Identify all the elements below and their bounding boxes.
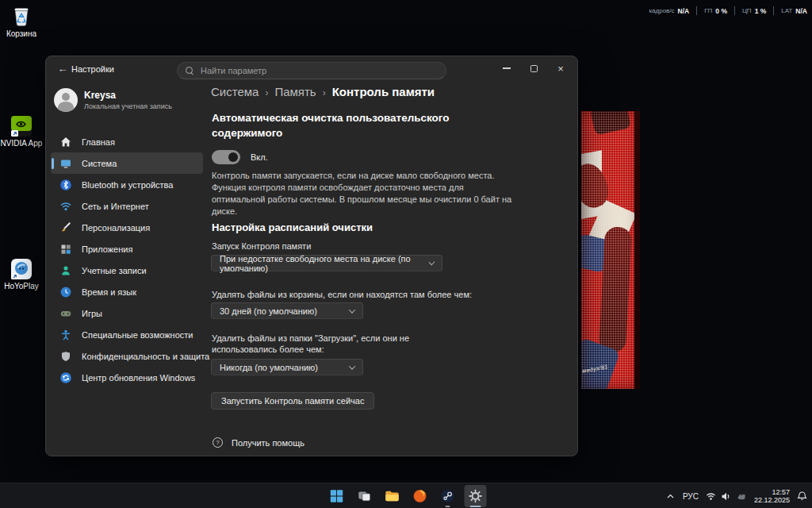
storage-sense-toggle[interactable] xyxy=(212,150,240,164)
wifi-icon xyxy=(59,200,72,213)
chevron-down-icon xyxy=(349,363,355,369)
update-icon xyxy=(59,371,72,384)
performance-overlay: кадров/сN/A ГП0 % ЦП1 % LATN/A xyxy=(649,6,807,15)
toggle-state-label: Вкл. xyxy=(251,152,268,162)
settings-button[interactable] xyxy=(465,485,487,507)
wallpaper-artwork: медуз/81 xyxy=(581,111,640,389)
gpu-value: 0 % xyxy=(715,7,727,15)
settings-window: ← Настройки × Kreysa Локальная учетная з… xyxy=(45,56,578,456)
system-tray: РУС 12:57 22.12.2025 xyxy=(665,483,807,508)
chevron-down-icon xyxy=(349,306,355,313)
accessibility-icon xyxy=(59,329,72,341)
search-icon xyxy=(186,67,194,75)
desktop-icon-hoyoplay[interactable]: HoYoPlay xyxy=(0,257,43,291)
settings-content: Система › Память › Контроль памяти Автом… xyxy=(211,56,576,457)
sidebar-item-home[interactable]: Главная xyxy=(51,131,203,152)
task-view-button[interactable] xyxy=(354,485,376,507)
back-button[interactable]: ← xyxy=(56,62,70,76)
clock-time: 12:57 xyxy=(754,488,790,497)
desktop-icon-label: NVIDIA App xyxy=(0,139,43,148)
divider xyxy=(734,6,735,15)
divider xyxy=(696,6,697,15)
sidebar-item-accounts[interactable]: Учетные записи xyxy=(51,260,203,281)
steam-button[interactable] xyxy=(437,485,459,507)
get-help-link[interactable]: ? Получить помощь xyxy=(213,437,304,448)
artwork-signature: медуз/81 xyxy=(582,364,609,374)
sidebar-item-label: Главная xyxy=(82,137,115,147)
fps-label: кадров/с xyxy=(649,7,674,14)
sidebar-item-label: Время и язык xyxy=(82,287,136,297)
account-type: Локальная учетная запись xyxy=(84,102,172,110)
notification-bell-icon[interactable] xyxy=(797,491,807,502)
task-view-icon xyxy=(357,488,373,504)
sidebar-item-personalization[interactable]: Персонализация xyxy=(51,217,203,238)
field-label-recycle-bin: Удалять файлы из корзины, если они наход… xyxy=(212,289,472,300)
artwork-shape xyxy=(581,337,620,389)
divider xyxy=(773,6,774,15)
taskbar-clock[interactable]: 12:57 22.12.2025 xyxy=(754,488,790,505)
sidebar-item-time-language[interactable]: Время и язык xyxy=(51,281,203,302)
sidebar-item-network[interactable]: Сеть и Интернет xyxy=(51,195,203,217)
account-name: Kreysa xyxy=(84,90,116,101)
recycle-bin-dropdown[interactable]: 30 дней (по умолчанию) xyxy=(211,302,363,319)
sidebar-item-label: Персонализация xyxy=(82,223,150,233)
artwork-shape xyxy=(590,111,631,135)
breadcrumb-storage[interactable]: Память xyxy=(274,85,316,98)
desktop-icon-label: HoYoPlay xyxy=(0,282,43,291)
latency-value: N/A xyxy=(795,7,807,15)
fps-stat: кадров/сN/A xyxy=(649,7,689,15)
cpu-label: ЦП xyxy=(742,7,752,14)
run-storage-sense-button[interactable]: Запустить Контроль памяти сейчас xyxy=(211,392,374,410)
recycle-bin-icon xyxy=(9,3,34,29)
sidebar-item-label: Приложения xyxy=(82,244,132,254)
hoyoplay-icon xyxy=(10,257,33,281)
downloads-dropdown[interactable]: Никогда (по умолчанию) xyxy=(211,359,363,375)
section-heading-auto-cleanup: Автоматическая очистка пользовательского… xyxy=(212,110,459,140)
sidebar-item-label: Игры xyxy=(82,309,102,318)
artwork-shape xyxy=(634,111,640,389)
sidebar-item-windows-update[interactable]: Центр обновления Windows xyxy=(51,367,203,388)
avatar[interactable] xyxy=(54,88,78,112)
sidebar-item-accessibility[interactable]: Специальные возможности xyxy=(51,324,203,345)
run-schedule-dropdown[interactable]: При недостатке свободного места на диске… xyxy=(211,255,442,271)
artwork-shape xyxy=(581,150,602,219)
dropdown-value: Никогда (по умолчанию) xyxy=(220,363,318,372)
artwork-shape xyxy=(581,160,614,213)
tray-status-icons[interactable] xyxy=(706,491,747,502)
wifi-icon xyxy=(706,491,716,502)
cpu-value: 1 % xyxy=(755,7,767,15)
sidebar-item-label: Bluetooth и устройства xyxy=(82,180,173,190)
sidebar-item-bluetooth[interactable]: Bluetooth и устройства xyxy=(51,174,203,195)
gear-icon xyxy=(468,488,484,504)
firefox-button[interactable] xyxy=(409,485,431,507)
sidebar-item-apps[interactable]: Приложения xyxy=(51,238,203,260)
desktop-icon-recycle-bin[interactable]: Корзина xyxy=(0,3,43,38)
language-indicator[interactable]: РУС xyxy=(683,492,699,501)
window-title: Настройки xyxy=(71,64,114,74)
brush-icon xyxy=(59,221,72,234)
artwork-shape xyxy=(599,226,632,353)
storage-sense-description: Контроль памяти запускается, если на дис… xyxy=(212,170,515,217)
sidebar-item-privacy[interactable]: Конфиденциальность и защита xyxy=(51,345,203,367)
fps-value: N/A xyxy=(678,7,690,15)
file-explorer-button[interactable] xyxy=(381,485,404,507)
help-icon: ? xyxy=(213,437,223,448)
person-icon xyxy=(59,264,72,277)
bluetooth-icon xyxy=(59,179,72,191)
desktop-icon-label: Корзина xyxy=(0,29,43,38)
get-help-label: Получить помощь xyxy=(232,438,304,448)
breadcrumb-system[interactable]: Система xyxy=(211,85,259,98)
sidebar-item-system[interactable]: Система xyxy=(51,152,203,174)
tray-device-icon xyxy=(736,491,747,502)
gpu-label: ГП xyxy=(704,7,712,14)
tray-chevron-up-icon[interactable] xyxy=(665,491,676,502)
desktop-icon-nvidia-app[interactable]: NVIDIA App xyxy=(0,114,43,148)
taskbar-center xyxy=(326,485,487,507)
dropdown-value: 30 дней (по умолчанию) xyxy=(220,306,317,316)
clock-icon xyxy=(59,286,72,298)
monitor-icon xyxy=(59,157,72,170)
start-button[interactable] xyxy=(326,485,348,507)
sidebar-item-gaming[interactable]: Игры xyxy=(51,302,203,324)
apps-icon xyxy=(59,243,72,256)
sidebar-item-label: Сеть и Интернет xyxy=(82,202,149,211)
